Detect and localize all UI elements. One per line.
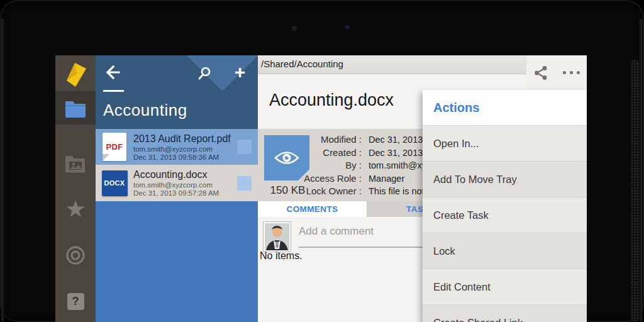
pdf-badge: PDF [106,142,123,152]
docx-file-icon: DOCX [101,169,128,197]
user-avatar [263,221,291,252]
search-button[interactable] [186,55,222,91]
comment-composer: Add a comment [263,221,432,252]
add-button[interactable]: + [222,55,258,91]
sidebar-item-media[interactable] [55,150,96,177]
file-name: Accounting.docx [133,169,233,180]
plus-icon: + [235,63,246,82]
back-button[interactable] [102,63,127,84]
file-list-panel: + Accounting PDF 2013 Audit Report.pdf t… [96,55,258,322]
empty-state-text: No items. [260,250,303,262]
kite-logo-icon [63,60,88,88]
docx-badge: DOCX [104,179,125,187]
toolbar-actions [526,55,587,90]
menu-item-lock[interactable]: Lock [423,233,587,269]
file-row-docx[interactable]: DOCX Accounting.docx tom.smith@xyzcorp.c… [96,165,258,201]
front-camera [345,25,350,30]
menu-item-edit-content[interactable]: Edit Content [423,269,587,305]
file-info: Accounting.docx tom.smith@xyzcorp.com De… [133,169,233,197]
overflow-menu-button[interactable] [563,71,580,74]
sidebar-item-folders[interactable] [55,91,96,125]
file-owner: tom.smith@xyzcorp.com [133,145,233,153]
comment-placeholder: Add a comment [299,225,432,238]
folder-icon [64,99,87,118]
sidebar: ★ ? [55,55,96,322]
meta-label: Modified : [283,133,362,147]
sidebar-item-help[interactable]: ? [55,289,96,313]
file-row-pdf[interactable]: PDF 2013 Audit Report.pdf tom.smith@xyzc… [96,129,258,165]
actions-menu-header: Actions [423,90,587,126]
meta-label: Access Role : [283,172,362,186]
file-info: 2013 Audit Report.pdf tom.smith@xyzcorp.… [133,133,233,161]
app-logo[interactable] [55,58,96,91]
tablet-edge-left [1,19,4,322]
back-arrow-icon [102,63,121,82]
meta-label: By : [283,159,362,172]
list-header: + Accounting [96,55,258,129]
breadcrumb: /Shared/Accounting [261,58,343,69]
tab-comments[interactable]: COMMENTS [258,201,367,217]
share-icon [533,65,548,81]
concentric-circles-icon [64,244,87,267]
pdf-file-icon: PDF [101,133,128,162]
light-sensor [292,26,297,31]
document-title: Accounting.docx [269,91,394,110]
back-underline [103,90,124,92]
actions-menu: Actions Open In... Add To Move Tray Crea… [423,90,587,322]
folder-title: Accounting [103,101,187,120]
question-mark-icon: ? [67,293,84,310]
file-checkbox[interactable] [237,176,252,191]
menu-item-add-to-move-tray[interactable]: Add To Move Tray [423,162,587,197]
file-name: 2013 Audit Report.pdf [133,133,233,145]
overflow-dot [570,71,573,74]
sidebar-item-favorites[interactable]: ★ [55,195,96,223]
meta-value: Manager [369,172,404,186]
actions-menu-title: Actions [423,90,587,125]
comment-input[interactable]: Add a comment [299,221,432,248]
tablet-edge-right [639,19,642,322]
menu-item-partial[interactable]: Create Shared Link [423,305,587,322]
file-checkbox[interactable] [237,140,252,154]
overflow-dot [577,71,580,74]
share-button[interactable] [533,65,548,81]
meta-label: Created : [283,147,362,160]
app-screen: ★ ? [55,55,587,322]
menu-item-create-task[interactable]: Create Task [423,197,587,233]
speaker-grille [631,60,639,322]
overflow-dot [563,71,566,74]
sidebar-item-activity[interactable] [55,242,96,269]
star-icon: ★ [65,196,86,223]
file-owner: tom.smith@xyzcorp.com [133,181,233,189]
search-icon [196,65,213,82]
meta-label: Lock Owner : [283,185,362,198]
menu-item-open-in[interactable]: Open In... [423,126,587,162]
file-date: Dec 31, 2013 09:57:28 AM [133,189,233,197]
file-date: Dec 31, 2013 09:58:36 AM [133,153,233,161]
media-folder-icon [65,154,86,173]
